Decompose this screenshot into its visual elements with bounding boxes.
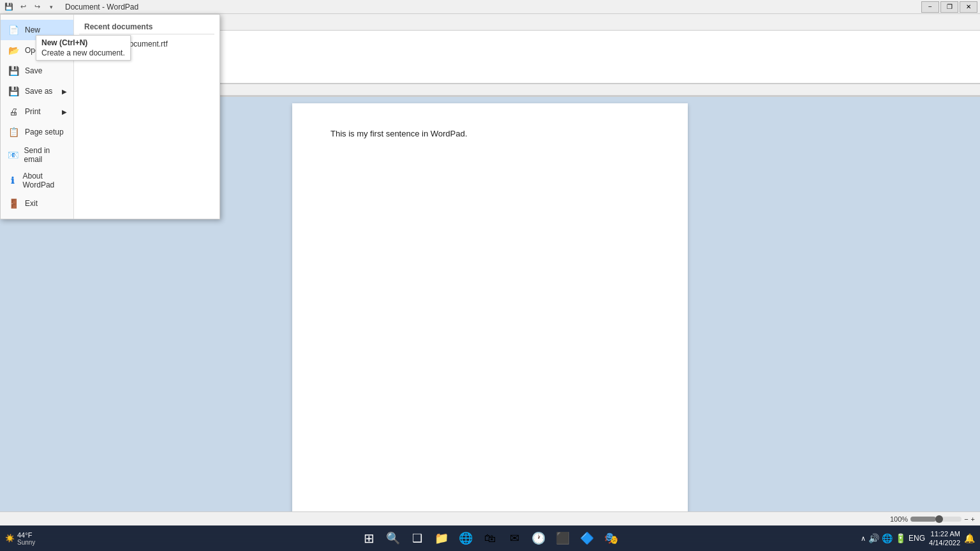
menu-item-page-setup[interactable]: 📋 Page setup — [1, 122, 73, 142]
qat-save-btn[interactable]: 💾 — [3, 1, 15, 13]
menu-item-print[interactable]: 🖨 Print ▶ — [1, 101, 73, 122]
zoom-handle[interactable] — [935, 515, 943, 523]
speaker-icon[interactable]: 🔊 — [868, 533, 879, 543]
save-as-icon: 💾 — [7, 85, 20, 98]
network-icon[interactable]: 🌐 — [882, 533, 893, 543]
save-as-arrow: ▶ — [62, 88, 67, 95]
app2-icon: 🎭 — [604, 531, 618, 545]
page-setup-label: Page setup — [25, 128, 64, 136]
about-label: About WordPad — [22, 172, 67, 189]
new-label: New — [25, 26, 40, 34]
date-display: 4/14/2022 — [929, 538, 960, 547]
close-btn[interactable]: ✕ — [960, 1, 977, 13]
exit-icon: 🚪 — [7, 197, 20, 210]
start-btn[interactable]: ⊞ — [357, 527, 380, 550]
restore-btn[interactable]: ❐ — [940, 1, 958, 13]
taskbar-right: ∧ 🔊 🌐 🔋 ENG 11:22 AM 4/14/2022 🔔 — [861, 529, 975, 548]
zoom-controls: 100% − + — [890, 515, 975, 523]
minimize-btn[interactable]: − — [921, 1, 939, 13]
app2-btn[interactable]: 🎭 — [600, 527, 623, 550]
clock-icon: 🕐 — [531, 531, 546, 545]
recent-docs-title: Recent documents — [79, 20, 214, 34]
terminal-icon: ⬛ — [556, 531, 570, 545]
window-title: Document - WordPad — [65, 3, 138, 11]
print-label: Print — [25, 107, 41, 116]
app1-icon: 🔷 — [580, 531, 594, 545]
document-content: This is my first sentence in WordPad. — [330, 129, 467, 138]
clock-display[interactable]: 11:22 AM 4/14/2022 — [929, 529, 960, 548]
menu-item-send-email[interactable]: 📧 Send in email — [1, 142, 73, 168]
terminal-btn[interactable]: ⬛ — [551, 527, 574, 550]
battery-icon: 🔋 — [895, 533, 906, 543]
window-controls: − ❐ ✕ — [921, 1, 977, 13]
taskbar-center: ⊞ 🔍 ❑ 📁 🌐 🛍 ✉ 🕐 ⬛ 🔷 🎭 — [357, 527, 623, 550]
taskview-icon: ❑ — [412, 531, 422, 545]
chevron-icon[interactable]: ∧ — [861, 534, 866, 543]
browser-icon: 🌐 — [459, 531, 473, 545]
browser-btn[interactable]: 🌐 — [454, 527, 477, 550]
new-icon: 📄 — [7, 24, 20, 36]
print-arrow: ▶ — [62, 108, 67, 115]
notification-btn[interactable]: 🔔 — [964, 533, 975, 543]
zoom-in-btn[interactable]: + — [971, 515, 975, 523]
weather-info: 44°F Sunny — [17, 531, 35, 546]
clock-btn[interactable]: 🕐 — [527, 527, 550, 550]
zoom-level: 100% — [890, 515, 908, 523]
title-bar-left: 💾 ↩ ↪ ▾ Document - WordPad — [3, 1, 138, 13]
menu-item-about[interactable]: ℹ About WordPad — [1, 168, 73, 193]
send-email-label: Send in email — [24, 146, 67, 164]
zoom-slider[interactable] — [910, 517, 961, 522]
zoom-out-btn[interactable]: − — [964, 515, 968, 523]
zoom-slider-fill — [910, 517, 936, 522]
menu-item-exit[interactable]: 🚪 Exit — [1, 193, 73, 214]
new-tooltip: New (Ctrl+N) Create a new document. — [36, 35, 131, 61]
file-explorer-btn[interactable]: 📁 — [430, 527, 453, 550]
app1-btn[interactable]: 🔷 — [575, 527, 598, 550]
status-bar: 100% − + — [0, 511, 980, 525]
qat-dropdown-btn[interactable]: ▾ — [45, 1, 57, 13]
search-btn[interactable]: 🔍 — [382, 527, 405, 550]
taskbar: ☀️ 44°F Sunny ⊞ 🔍 ❑ 📁 🌐 🛍 ✉ 🕐 — [0, 525, 980, 551]
store-btn[interactable]: 🛍 — [479, 527, 501, 550]
send-email-icon: 📧 — [7, 149, 19, 161]
qat-redo-btn[interactable]: ↪ — [31, 1, 43, 13]
page-setup-icon: 📋 — [7, 126, 20, 138]
save-icon: 💾 — [7, 64, 20, 77]
time-display: 11:22 AM — [929, 529, 960, 538]
weather-condition: Sunny — [17, 539, 35, 546]
taskbar-left: ☀️ 44°F Sunny — [5, 531, 35, 546]
open-icon: 📂 — [7, 44, 20, 57]
save-as-label: Save as — [25, 87, 52, 96]
title-bar: 💾 ↩ ↪ ▾ Document - WordPad − ❐ ✕ — [0, 0, 980, 14]
about-icon: ℹ — [7, 174, 17, 187]
start-icon: ⊞ — [364, 531, 375, 546]
qat-undo-btn[interactable]: ↩ — [17, 1, 29, 13]
weather-temp: 44°F — [17, 531, 35, 539]
mail-icon: ✉ — [510, 531, 519, 545]
menu-item-save-as[interactable]: 💾 Save as ▶ — [1, 81, 73, 101]
keyboard-icon: ENG — [909, 534, 925, 543]
file-explorer-icon: 📁 — [434, 531, 449, 545]
quick-access-toolbar: 💾 ↩ ↪ ▾ — [3, 1, 57, 13]
store-icon: 🛍 — [484, 532, 496, 545]
weather-widget: ☀️ 44°F Sunny — [5, 531, 35, 546]
search-icon: 🔍 — [386, 531, 400, 545]
print-icon: 🖨 — [7, 105, 20, 118]
taskview-btn[interactable]: ❑ — [406, 527, 429, 550]
exit-label: Exit — [25, 199, 38, 208]
mail-btn[interactable]: ✉ — [503, 527, 526, 550]
tooltip-desc: Create a new document. — [41, 48, 125, 57]
sys-tray: ∧ 🔊 🌐 🔋 ENG — [861, 533, 925, 543]
tooltip-title: New (Ctrl+N) — [41, 38, 125, 47]
weather-icon: ☀️ — [5, 534, 15, 543]
menu-item-save[interactable]: 💾 Save — [1, 61, 73, 81]
save-label: Save — [25, 66, 42, 75]
document-page[interactable]: This is my first sentence in WordPad. — [292, 103, 688, 519]
file-menu: 📄 New 📂 Open 💾 Save 💾 Save as ▶ 🖨 Print … — [0, 14, 220, 219]
